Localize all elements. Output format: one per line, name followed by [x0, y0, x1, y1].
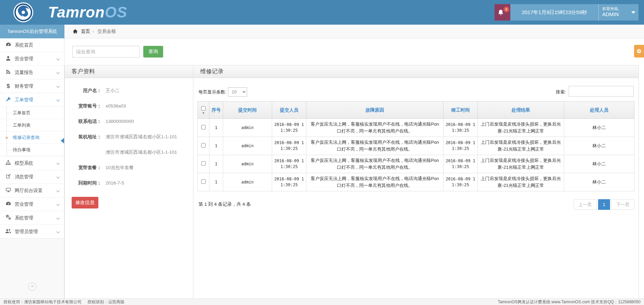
global-search-input[interactable]: [72, 46, 139, 58]
sidebar-item-finance[interactable]: $ 财务管理: [0, 79, 64, 93]
field-label: 宽带套餐：: [65, 165, 101, 171]
wrench-icon: [5, 97, 12, 103]
breadcrumb-home-link[interactable]: 首页: [81, 25, 90, 38]
table-row: 1 admin 2016-08-09 11:30:25 客户反应无法上网，客服核…: [198, 137, 634, 155]
user-icon: [5, 55, 12, 62]
sidebar-item-business-2[interactable]: 营业管理: [0, 198, 64, 211]
sidebar-item-label: 营业管理: [15, 201, 33, 207]
cell-finish-time: 2016-08-09 11:30:25: [443, 119, 478, 137]
sidebar-item-label: 消息管理: [15, 174, 33, 180]
page-size-select[interactable]: 10: [228, 87, 247, 97]
footer-license-level: 授权级别：运营商版: [87, 300, 124, 304]
table-row: 1 admin 2016-08-09 11:30:25 客户反应无法上网，客服核…: [198, 173, 634, 191]
field-label: 到期时间：: [65, 180, 101, 186]
col-finish-time[interactable]: 竣工时间: [443, 102, 478, 119]
sidebar-subitem-repair-records[interactable]: »维修记录查询: [0, 131, 64, 144]
row-checkbox[interactable]: [201, 179, 206, 184]
sidebar-item-traffic-report[interactable]: 流量报告: [0, 66, 64, 79]
records-panel-title: 维修记录: [193, 65, 639, 78]
select-all-checkbox[interactable]: [201, 106, 206, 111]
cell-fault-reason: 客户反应无法上网，客服核实发现用户不在线，电话沟通光猫Pon口灯不亮，同一单元有…: [306, 155, 443, 173]
search-button[interactable]: 查询: [143, 46, 163, 58]
cell-result: 上门后发现是皮线冷接头损坏，更换后光衰-21光猫正常上网正常: [478, 137, 564, 155]
table-row: 1 admin 2016-08-09 11:30:25 客户反应无法上网，客服核…: [198, 119, 634, 137]
settings-float-button[interactable]: [634, 45, 644, 58]
page-footer: 授权使用：潍坊家园驿站电子技术有限公司 授权级别：运营商版 TamronOS腾龙…: [0, 298, 644, 305]
rss-icon: [5, 69, 12, 76]
cell-checkbox: [198, 155, 209, 173]
cell-handler: 林小二: [564, 119, 634, 137]
dashboard-icon: [5, 41, 12, 49]
cell-handler: 林小二: [564, 155, 634, 173]
sidebar-item-system-home[interactable]: 系统首页: [0, 38, 64, 52]
cell-finish-time: 2016-08-09 11:30:25: [443, 155, 478, 173]
cell-finish-time: 2016-08-09 11:30:25: [443, 173, 478, 191]
main-content: 查询 客户资料 维修记录 用户名：王小二 宽带账号：x0536a03 联系电话：…: [64, 38, 644, 298]
sidebar-item-label: 系统首页: [15, 42, 33, 48]
cell-result: 上门后发现是皮线冷接头损坏，更换后光衰-21光猫正常上网正常: [478, 119, 564, 137]
row-checkbox[interactable]: [201, 161, 206, 166]
row-checkbox[interactable]: [201, 143, 206, 148]
chevron-down-icon: [57, 71, 60, 74]
table-search-input[interactable]: [569, 86, 634, 97]
edit-info-button[interactable]: 修改信息: [72, 197, 98, 208]
desktop-icon: [5, 187, 12, 194]
select-all-header[interactable]: ▼: [198, 102, 209, 119]
sidebar-subitem-todo[interactable]: 待办事项: [0, 144, 64, 156]
col-submit-time[interactable]: 提交时间: [223, 102, 272, 119]
col-submit-person[interactable]: 提交人员: [272, 102, 306, 119]
chevron-down-icon: [57, 162, 60, 165]
cell-fault-reason: 客户反应无法上网，客服核实发现用户不在线，电话沟通光猫Pon口灯不亮，同一单元有…: [306, 137, 443, 155]
chevron-down-icon: [57, 175, 60, 179]
breadcrumb-separator: ›: [93, 25, 94, 38]
pagination-page-1[interactable]: 1: [598, 199, 610, 210]
sort-caret-icon: ▼: [198, 112, 209, 114]
user-menu[interactable]: 欢迎光临, ADMIN: [599, 4, 639, 21]
col-fault-reason[interactable]: 故障原因: [306, 102, 443, 119]
cell-finish-time: 2016-08-09 11:30:25: [443, 137, 478, 155]
col-seq[interactable]: 序号: [209, 102, 223, 119]
notification-count-badge: 8: [503, 7, 509, 12]
customer-username: 王小二: [101, 88, 120, 94]
col-handler[interactable]: 处理人员: [564, 102, 634, 119]
sidebar-footer-area: «: [0, 238, 64, 298]
footer-license-owner: 授权使用：潍坊家园驿站电子技术有限公司: [3, 300, 82, 304]
chevron-down-icon: [57, 98, 60, 102]
chevron-down-icon: [57, 216, 60, 220]
active-item-marker-icon: [61, 138, 64, 143]
sidebar-collapse-button[interactable]: «: [28, 282, 36, 291]
chevron-down-icon: [57, 189, 60, 192]
footer-vendor-info: TamronOS腾龙认证计费系统 www.TamronOS.com 技术支持QQ…: [498, 299, 641, 305]
sidebar-item-admin-management[interactable]: 管理员管理: [0, 225, 64, 239]
table-header-row: ▼ 序号 提交时间 提交人员 故障原因 竣工时间 处理结果 处理人员: [198, 102, 634, 119]
box-header: 客户资料 维修记录: [65, 65, 639, 78]
cell-handler: 林小二: [564, 137, 634, 155]
pagination-prev-button[interactable]: 上一页: [574, 199, 597, 210]
sidebar-item-label: 营业管理: [15, 56, 33, 62]
work-orders-submenu: 工单首页 工单列表 »维修记录查询 待办事项: [0, 107, 64, 156]
sidebar-item-messages[interactable]: 消息管理: [0, 170, 64, 184]
sidebar-subitem-wo-list[interactable]: 工单列表: [0, 119, 64, 131]
sidebar-item-business-1[interactable]: 营业管理: [0, 52, 64, 66]
col-result[interactable]: 处理结果: [478, 102, 564, 119]
bell-icon: [497, 9, 504, 16]
field-label: [65, 149, 101, 155]
sidebar-item-system-settings[interactable]: 系统管理: [0, 211, 64, 225]
cell-seq: 1: [209, 119, 223, 137]
customer-address-1: 潍坊市潍城区西城名都小区1-1-101: [101, 134, 177, 140]
pagination-next-button[interactable]: 下一页: [611, 199, 634, 210]
notifications-button[interactable]: 8: [495, 4, 510, 21]
sidebar-item-portal-settings[interactable]: 网厅前台设置: [0, 184, 64, 198]
dollar-icon: $: [5, 83, 12, 90]
cell-result: 上门后发现是皮线冷接头损坏，更换后光衰-21光猫正常上网正常: [478, 173, 564, 191]
chevron-down-icon: [57, 230, 60, 233]
sidebar-subitem-wo-home[interactable]: 工单首页: [0, 107, 64, 119]
pagination: 上一页 1 下一页: [572, 199, 634, 210]
sidebar-item-label: 财务管理: [15, 83, 33, 89]
sidebar-item-label: 管理员管理: [15, 229, 38, 235]
cell-fault-reason: 客户反应无法上网，客服核实发现用户不在线，电话沟通光猫Pon口灯不亮，同一单元有…: [306, 119, 443, 137]
field-label: 用户名：: [65, 88, 101, 94]
row-checkbox[interactable]: [201, 125, 206, 129]
sidebar-item-model-system[interactable]: 模型系统: [0, 156, 64, 170]
sidebar-item-work-orders[interactable]: 工单管理: [0, 93, 64, 107]
